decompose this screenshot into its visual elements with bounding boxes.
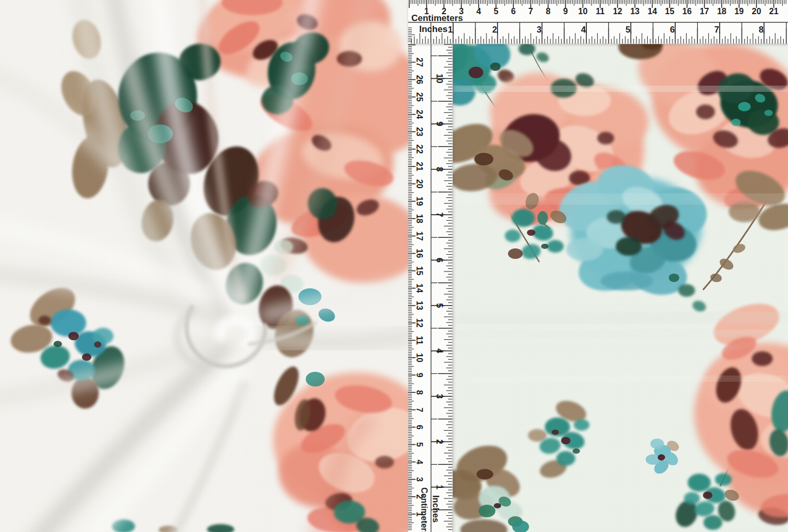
svg-text:8: 8: [435, 167, 444, 172]
svg-text:3: 3: [435, 394, 444, 399]
horizontal-centimeters-label: Centimeters: [411, 13, 463, 23]
svg-text:26: 26: [415, 75, 424, 85]
svg-text:9: 9: [563, 7, 568, 16]
svg-text:10: 10: [415, 353, 424, 362]
svg-text:15: 15: [415, 266, 424, 276]
svg-text:21: 21: [415, 162, 424, 171]
svg-text:22: 22: [415, 144, 424, 154]
svg-text:7: 7: [435, 212, 444, 217]
svg-text:27: 27: [415, 58, 424, 67]
svg-text:14: 14: [648, 7, 657, 16]
svg-text:10: 10: [578, 7, 588, 16]
svg-text:4: 4: [415, 460, 424, 464]
svg-text:8: 8: [415, 390, 424, 395]
svg-text:21: 21: [769, 7, 779, 16]
svg-text:13: 13: [630, 7, 640, 16]
vertical-ruler: 1234567891011121314151617181920212223242…: [408, 0, 453, 532]
svg-text:20: 20: [415, 179, 424, 189]
svg-text:2: 2: [435, 440, 444, 444]
svg-text:6: 6: [435, 258, 444, 263]
svg-text:24: 24: [415, 110, 424, 119]
svg-text:15: 15: [665, 7, 675, 16]
svg-text:7: 7: [714, 25, 719, 34]
svg-text:6: 6: [670, 25, 675, 34]
svg-text:16: 16: [682, 7, 692, 16]
svg-text:10: 10: [435, 74, 444, 83]
fabric-product-photo: 1234567891011121314151617181920212223242…: [0, 0, 788, 532]
flat-fabric-photo: [452, 44, 788, 532]
svg-text:7: 7: [528, 7, 533, 16]
svg-text:5: 5: [415, 442, 424, 447]
svg-text:11: 11: [596, 7, 605, 16]
vertical-cm-numbers: 1234567891011121314151617181920212223242…: [415, 58, 424, 517]
horizontal-inch-numbers: 12345678: [448, 25, 763, 34]
horizontal-inch-ticks: [411, 23, 786, 44]
svg-text:3: 3: [415, 477, 424, 482]
svg-text:2: 2: [492, 25, 497, 34]
svg-text:18: 18: [717, 7, 727, 16]
svg-text:1: 1: [448, 25, 452, 34]
svg-text:3: 3: [537, 25, 542, 34]
svg-text:12: 12: [415, 318, 424, 328]
svg-text:8: 8: [546, 7, 551, 16]
vertical-centimeters-label: Centimeters: [420, 487, 429, 532]
svg-text:18: 18: [415, 214, 424, 223]
svg-text:19: 19: [734, 7, 744, 16]
horizontal-ruler: 123456789101112131415161718192021 Centim…: [408, 0, 788, 44]
svg-text:4: 4: [435, 349, 444, 354]
svg-text:13: 13: [415, 301, 424, 310]
svg-text:5: 5: [435, 303, 444, 308]
vertical-cm-ticks: [408, 24, 416, 530]
svg-text:20: 20: [752, 7, 761, 16]
svg-text:9: 9: [435, 121, 444, 126]
swirl-fabric-art: [0, 0, 408, 532]
horizontal-inches-label: Inches: [419, 24, 448, 34]
svg-text:7: 7: [415, 408, 424, 412]
svg-text:17: 17: [415, 231, 424, 241]
svg-text:6: 6: [511, 7, 516, 16]
svg-text:14: 14: [415, 284, 424, 293]
svg-text:16: 16: [415, 249, 424, 258]
vertical-inch-numbers: 12345678910: [435, 74, 444, 489]
svg-text:4: 4: [476, 7, 481, 16]
svg-text:23: 23: [415, 127, 424, 137]
svg-text:6: 6: [415, 425, 424, 430]
svg-text:5: 5: [494, 7, 499, 16]
svg-text:19: 19: [415, 196, 424, 206]
flat-fabric-art: [452, 44, 788, 532]
svg-text:17: 17: [700, 7, 709, 16]
svg-text:4: 4: [581, 25, 586, 34]
vertical-inch-ticks: [431, 25, 453, 530]
svg-text:12: 12: [613, 7, 623, 16]
svg-text:8: 8: [759, 25, 763, 34]
svg-text:25: 25: [415, 92, 424, 102]
swirled-fabric-photo: [0, 0, 408, 532]
svg-text:9: 9: [415, 373, 424, 378]
horizontal-cm-numbers: 123456789101112131415161718192021: [424, 7, 779, 16]
vertical-inches-label: Inches: [431, 495, 441, 523]
svg-text:1: 1: [435, 485, 444, 489]
svg-text:5: 5: [626, 25, 630, 34]
svg-text:11: 11: [415, 336, 424, 345]
